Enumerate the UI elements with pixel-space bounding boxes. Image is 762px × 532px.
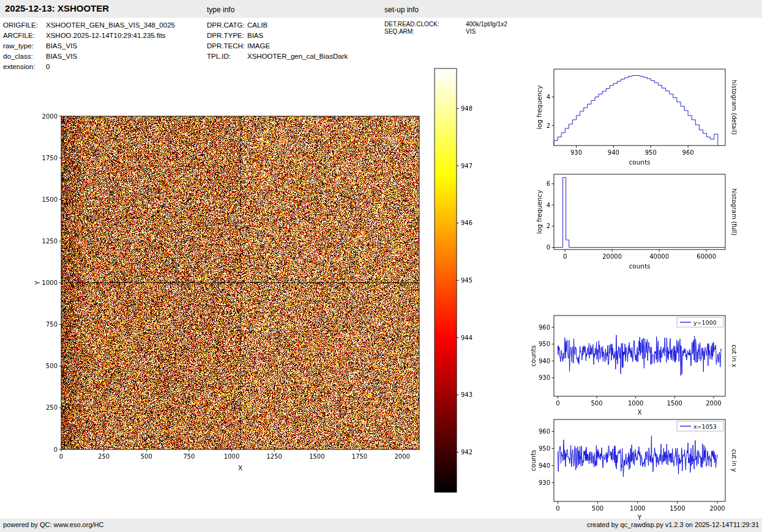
svg-text:1000: 1000 xyxy=(628,400,643,407)
svg-text:x=1053: x=1053 xyxy=(693,423,717,430)
svg-text:Y: Y xyxy=(34,281,41,286)
svg-text:1500: 1500 xyxy=(667,400,682,407)
svg-text:40000: 40000 xyxy=(649,253,669,260)
svg-text:counts: counts xyxy=(529,345,537,366)
svg-text:0: 0 xyxy=(54,446,58,453)
svg-text:960: 960 xyxy=(682,149,694,156)
svg-text:940: 940 xyxy=(539,462,550,469)
meta-value: CALIB xyxy=(247,20,267,31)
meta-row-doclass: do_class:BIAS_VIS xyxy=(3,51,175,62)
svg-text:0: 0 xyxy=(59,453,63,460)
meta-row-extension: extension:0 xyxy=(3,62,175,72)
meta-label: do_class: xyxy=(3,51,46,62)
svg-text:750: 750 xyxy=(183,453,195,460)
svg-text:946: 946 xyxy=(461,220,473,226)
meta-value: XSHOOTER_GEN_BIAS_VIS_348_0025 xyxy=(46,20,175,31)
svg-text:4: 4 xyxy=(547,202,550,209)
header-bar: 2025-12-13: XSHOOTER type info set-up in… xyxy=(0,0,762,18)
meta-row-dprcatg: DPR.CATG:CALIB xyxy=(207,20,348,31)
svg-text:960: 960 xyxy=(539,428,550,435)
meta-label: raw_type: xyxy=(3,41,46,51)
meta-label: ARCFILE: xyxy=(3,31,46,41)
setup-info-heading: set-up info xyxy=(384,6,419,14)
meta-label: DPR.CATG: xyxy=(207,20,247,31)
svg-text:250: 250 xyxy=(98,453,110,460)
svg-text:cut in x: cut in x xyxy=(731,344,738,367)
meta-value: 400k/1pt/lg/1x2 xyxy=(466,21,507,28)
svg-text:2000: 2000 xyxy=(394,453,409,460)
svg-text:2000: 2000 xyxy=(706,400,721,407)
svg-text:0: 0 xyxy=(547,244,550,251)
svg-text:log frequency: log frequency xyxy=(536,190,543,234)
svg-text:944: 944 xyxy=(461,334,473,341)
meta-row-tplid: TPL.ID:XSHOOTER_gen_cal_BiasDark xyxy=(207,51,348,62)
svg-text:2000: 2000 xyxy=(709,505,725,512)
svg-text:counts: counts xyxy=(629,262,650,270)
svg-text:945: 945 xyxy=(461,277,473,284)
svg-text:500: 500 xyxy=(592,505,603,512)
meta-value: BIAS_VIS xyxy=(46,41,77,51)
svg-text:counts: counts xyxy=(629,158,650,166)
svg-text:histogram (full): histogram (full) xyxy=(731,188,738,235)
meta-row-seqarm: SEQ.ARM:VIS xyxy=(384,28,507,35)
svg-text:20000: 20000 xyxy=(602,253,622,260)
qc-report-page: 2025-12-13: XSHOOTER type info set-up in… xyxy=(0,0,762,532)
svg-text:1750: 1750 xyxy=(352,453,367,460)
meta-row-rawtype: raw_type:BIAS_VIS xyxy=(3,41,175,51)
meta-row-arcfile: ARCFILE:XSHOO.2025-12-14T10:29:41.235.fi… xyxy=(3,31,175,41)
svg-text:950: 950 xyxy=(539,445,550,452)
svg-text:0: 0 xyxy=(563,253,567,260)
svg-text:1000: 1000 xyxy=(224,453,239,460)
footer-powered-by: powered by QC: www.eso.org/HC xyxy=(3,521,103,528)
meta-label: SEQ.ARM: xyxy=(384,28,466,35)
footer-bar: powered by QC: www.eso.org/HC created by… xyxy=(0,519,762,532)
colorbar-gradient xyxy=(435,68,457,492)
meta-value: 0 xyxy=(46,62,50,72)
page-title: 2025-12-13: XSHOOTER xyxy=(5,3,109,13)
svg-text:0: 0 xyxy=(556,400,559,407)
svg-text:750: 750 xyxy=(46,321,58,328)
svg-text:1500: 1500 xyxy=(670,505,685,512)
svg-text:960: 960 xyxy=(539,324,550,331)
svg-text:0: 0 xyxy=(556,505,559,512)
file-metadata-block: ORIGFILE:XSHOOTER_GEN_BIAS_VIS_348_0025 … xyxy=(3,20,175,72)
meta-value: XSHOO.2025-12-14T10:29:41.235.fits xyxy=(46,31,166,41)
meta-label: DPR.TYPE: xyxy=(207,31,247,41)
svg-text:log frequency: log frequency xyxy=(536,85,543,129)
svg-text:930: 930 xyxy=(539,374,550,381)
svg-text:y=1000: y=1000 xyxy=(693,319,717,326)
svg-text:1500: 1500 xyxy=(42,196,58,203)
svg-text:500: 500 xyxy=(46,363,58,369)
svg-text:X: X xyxy=(637,408,641,416)
meta-label: extension: xyxy=(3,62,46,72)
bias-frame-image xyxy=(61,116,419,449)
svg-text:X: X xyxy=(238,464,242,471)
svg-text:60000: 60000 xyxy=(697,253,716,260)
svg-text:1000: 1000 xyxy=(42,279,58,286)
meta-label: ORIGFILE: xyxy=(3,20,46,31)
svg-text:940: 940 xyxy=(608,149,619,156)
svg-text:cut in y: cut in y xyxy=(731,449,738,471)
svg-text:4: 4 xyxy=(547,94,550,100)
type-info-heading: type info xyxy=(207,6,234,14)
svg-text:2000: 2000 xyxy=(42,113,58,120)
svg-text:1750: 1750 xyxy=(42,155,58,161)
svg-text:950: 950 xyxy=(645,149,657,156)
svg-text:1250: 1250 xyxy=(42,238,58,245)
meta-row-dprtype: DPR.TYPE:BIAS xyxy=(207,31,348,41)
svg-text:6: 6 xyxy=(547,180,550,187)
meta-value: XSHOOTER_gen_cal_BiasDark xyxy=(247,51,348,62)
svg-text:500: 500 xyxy=(591,400,602,407)
svg-text:1250: 1250 xyxy=(266,453,282,460)
svg-text:947: 947 xyxy=(461,163,473,169)
meta-row-readclock: DET.READ.CLOCK:400k/1pt/lg/1x2 xyxy=(384,21,507,28)
svg-text:1500: 1500 xyxy=(309,453,324,460)
meta-label: TPL.ID: xyxy=(207,51,247,62)
svg-text:2: 2 xyxy=(547,223,550,229)
meta-value: VIS xyxy=(466,28,476,35)
footer-created-by: created by qc_rawdisp.py v1.2.3 on 2025-… xyxy=(587,521,759,528)
meta-label: DET.READ.CLOCK: xyxy=(384,21,466,28)
svg-text:500: 500 xyxy=(141,453,152,460)
svg-text:2: 2 xyxy=(547,122,550,129)
meta-value: BIAS_VIS xyxy=(46,51,77,62)
